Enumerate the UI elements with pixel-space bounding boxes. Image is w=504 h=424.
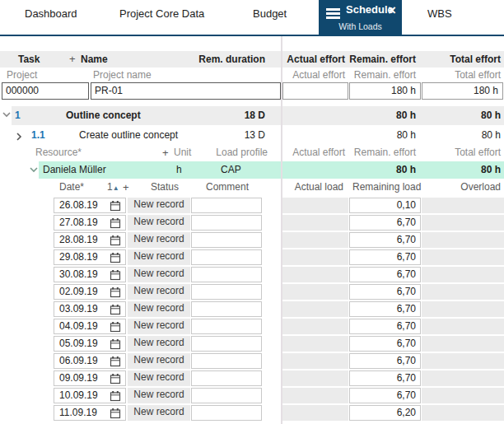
comment-input[interactable] — [191, 215, 262, 231]
calendar-icon[interactable] — [110, 390, 121, 402]
tab-project-core-data[interactable]: Project Core Data — [119, 0, 204, 35]
task-row: 1.1 Create outline concept 13 D 80 h 80 … — [0, 127, 504, 144]
date-input[interactable]: 02.09.19 — [54, 284, 126, 300]
chevron-down-icon[interactable] — [30, 167, 38, 173]
calendar-icon[interactable] — [110, 217, 121, 229]
col-unit: Unit — [174, 145, 191, 161]
sort-ascending-icon: ▲ — [113, 184, 119, 192]
overload-cell — [422, 232, 504, 248]
comment-input[interactable] — [191, 370, 262, 386]
comment-input[interactable] — [191, 284, 262, 300]
date-value: 06.09.19 — [59, 355, 98, 366]
load-row: 02.09.19 New record 6,70 — [0, 283, 504, 301]
hamburger-menu-icon[interactable] — [326, 8, 340, 19]
project-name-input[interactable]: PR-01 — [91, 82, 281, 100]
calendar-icon[interactable] — [110, 200, 121, 212]
col-task: Task — [18, 51, 40, 68]
date-input[interactable]: 11.09.19 — [54, 405, 126, 421]
comment-input[interactable] — [191, 232, 262, 248]
calendar-icon[interactable] — [110, 356, 121, 367]
add-column-button[interactable]: + — [69, 51, 76, 68]
status-cell: New record — [128, 198, 190, 213]
actual-load-cell — [282, 249, 348, 265]
tab-schedule[interactable]: Schedule × With Loads — [319, 0, 402, 36]
project-remain-effort-cell[interactable]: 180 h — [349, 82, 421, 100]
remaining-load-input[interactable]: 6,70 — [349, 301, 421, 317]
tab-dashboard[interactable]: Dashboard — [25, 0, 77, 35]
col-actual-effort: Actual effort — [287, 51, 345, 68]
remaining-load-input[interactable]: 6,70 — [349, 353, 421, 369]
load-row: 11.09.19 New record 6,20 — [0, 404, 504, 422]
date-value: 29.08.19 — [59, 251, 98, 263]
date-input[interactable]: 27.08.19 — [54, 215, 126, 231]
overload-cell — [422, 370, 504, 386]
remaining-load-input[interactable]: 6,70 — [349, 388, 421, 403]
calendar-icon[interactable] — [110, 252, 121, 263]
resource-row: Daniela Müller h CAP 80 h 80 h — [0, 161, 504, 179]
date-input[interactable]: 03.09.19 — [54, 301, 126, 317]
add-load-column-button[interactable]: + — [123, 179, 129, 195]
date-input[interactable]: 26.08.19 — [54, 198, 126, 213]
load-row: 05.09.19 New record 6,70 — [0, 335, 504, 352]
task-remain-effort: 80 h — [397, 127, 416, 144]
comment-input[interactable] — [191, 336, 262, 352]
task-name: Outline concept — [66, 106, 141, 125]
tab-wbs[interactable]: WBS — [427, 0, 452, 35]
sort-order-control[interactable]: 1▲ — [107, 179, 119, 196]
remaining-load-input[interactable]: 6,70 — [349, 249, 421, 265]
calendar-icon[interactable] — [110, 269, 121, 281]
project-total-effort-cell[interactable]: 180 h — [422, 82, 503, 100]
calendar-icon[interactable] — [110, 408, 121, 419]
remaining-load-input[interactable]: 6,70 — [349, 370, 421, 386]
remaining-load-input[interactable]: 6,70 — [349, 215, 421, 231]
resource-table-header: Resource* + Unit Load profile Actual eff… — [0, 145, 504, 161]
comment-input[interactable] — [191, 198, 262, 213]
calendar-icon[interactable] — [110, 287, 121, 298]
remaining-load-input[interactable]: 6,20 — [349, 405, 421, 421]
calendar-icon[interactable] — [110, 338, 121, 350]
comment-input[interactable] — [191, 249, 262, 265]
comment-input[interactable] — [191, 388, 262, 403]
col-resource: Resource* — [35, 145, 82, 161]
remaining-load-input[interactable]: 6,70 — [349, 284, 421, 300]
date-input[interactable]: 05.09.19 — [54, 336, 126, 352]
calendar-icon[interactable] — [110, 304, 121, 315]
comment-input[interactable] — [191, 405, 262, 421]
date-input[interactable]: 30.08.19 — [54, 267, 126, 282]
overload-cell — [422, 301, 504, 317]
load-rows: 26.08.19 New record 0,10 — [0, 197, 504, 422]
project-id-input[interactable]: 000000 — [2, 82, 89, 100]
date-input[interactable]: 06.09.19 — [54, 353, 126, 369]
add-resource-column-button[interactable]: + — [162, 145, 169, 161]
remaining-load-input[interactable]: 6,70 — [349, 319, 421, 334]
resource-total-effort: 80 h — [481, 161, 501, 179]
calendar-icon[interactable] — [110, 373, 121, 384]
actual-load-cell — [282, 405, 348, 421]
chevron-right-icon[interactable] — [16, 133, 22, 141]
chevron-down-icon[interactable] — [2, 112, 11, 118]
remaining-load-input[interactable]: 6,70 — [349, 232, 421, 248]
load-row: 26.08.19 New record 0,10 — [0, 197, 504, 214]
project-actual-effort-cell[interactable] — [282, 82, 348, 100]
comment-input[interactable] — [191, 267, 262, 282]
calendar-icon[interactable] — [110, 321, 121, 333]
remaining-load-input[interactable]: 6,70 — [349, 336, 421, 352]
date-input[interactable]: 09.09.19 — [54, 370, 126, 386]
date-input[interactable]: 10.09.19 — [54, 388, 126, 403]
remaining-load-input[interactable]: 0,10 — [349, 198, 421, 213]
comment-input[interactable] — [191, 319, 262, 334]
comment-input[interactable] — [191, 301, 262, 317]
tab-schedule-label: Schedule — [346, 3, 394, 16]
actual-load-cell — [282, 336, 348, 352]
date-input[interactable]: 28.08.19 — [54, 232, 126, 248]
calendar-icon[interactable] — [110, 235, 121, 246]
date-input[interactable]: 29.08.19 — [54, 249, 126, 265]
task-total-effort: 80 h — [482, 127, 501, 144]
tab-budget[interactable]: Budget — [253, 0, 287, 35]
date-input[interactable]: 04.09.19 — [54, 319, 126, 334]
load-row: 27.08.19 New record 6,70 — [0, 214, 504, 231]
remaining-load-input[interactable]: 6,70 — [349, 267, 421, 282]
close-tab-icon[interactable]: × — [388, 2, 396, 19]
comment-input[interactable] — [191, 353, 262, 369]
overload-cell — [422, 267, 504, 282]
